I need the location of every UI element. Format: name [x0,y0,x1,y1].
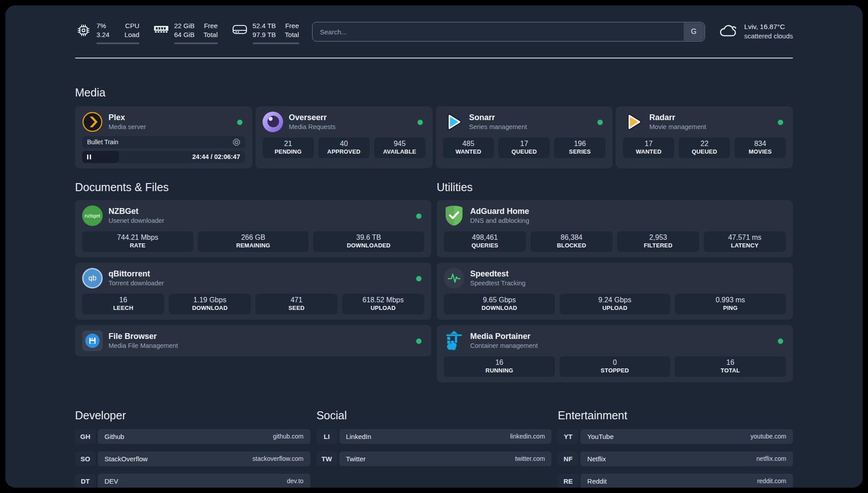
stat-tile: 618.52 MbpsUPLOAD [342,294,424,314]
link-name: DEV [104,477,118,485]
app-name: Speedtest [470,269,526,279]
stat-tile: 485WANTED [443,138,494,158]
status-dot [416,338,421,344]
app-card-qbittorrent[interactable]: qb qBittorrent Torrent downloader 16LEEC… [75,263,431,320]
stat-tile: 22QUEUED [679,138,730,158]
app-desc: Movie management [649,123,706,130]
stat-tile: 86,384BLOCKED [530,231,613,252]
link-github[interactable]: GH Githubgithub.com [75,429,310,444]
link-url: github.com [273,433,303,440]
stat-tile: 16LEECH [82,294,164,314]
stat-tile: 471SEED [255,294,338,314]
now-playing-title: Bullet Train [87,138,118,146]
cpu-label-1: CPU [125,21,139,30]
storage-icon [231,21,248,35]
sonarr-icon [443,112,463,132]
header-divider [75,58,793,58]
cpu-load-value: 3.24 [96,30,109,39]
link-youtube[interactable]: YT YouTubeyoutube.com [558,429,793,444]
system-metrics: 7%3.24 CPULoad 22 GiB64 GiB FreeTotal [75,21,299,44]
app-card-adguard[interactable]: AdGuard Home DNS and adblocking 498,461Q… [437,200,793,257]
stat-tile: 17QUEUED [498,138,550,158]
link-stackoverflow[interactable]: SO StackOverflowstackoverflow.com [75,451,310,466]
stat-tile: 834MOVIES [734,138,786,158]
playback-time: 24:44 / 02:06:47 [192,151,240,163]
app-desc: Media Requests [289,123,336,130]
stat-tile: 266 GBREMAINING [198,231,309,252]
media-grid: Plex Media server Bullet Train 24:44 / 0… [75,106,793,168]
link-netflix[interactable]: NF Netflixnetflix.com [558,451,793,466]
app-card-speedtest[interactable]: Speedtest Speedtest Tracking 9.65 GbpsDO… [437,263,793,320]
stat-tile: 40APPROVED [318,138,370,158]
app-card-portainer[interactable]: Media Portainer Container management 16R… [437,325,793,382]
memory-icon [153,21,170,34]
link-abbr: RE [558,474,578,488]
app-desc: Torrent downloader [108,280,164,287]
pause-icon [87,155,91,159]
section-title-documents: Documents & Files [75,181,431,194]
adguard-icon [444,205,464,226]
link-name: LinkedIn [346,433,371,440]
link-url: reddit.com [757,477,786,485]
link-reddit[interactable]: RE Redditreddit.com [558,474,793,488]
stat-tile: 17WANTED [623,138,674,158]
stat-tile: 744.21 MbpsRATE [82,231,193,252]
stat-tile: 498,461QUERIES [444,231,526,252]
search-engine-button[interactable]: G [684,23,704,41]
overseerr-icon [263,112,283,132]
portainer-icon [444,330,464,351]
app-desc: Media server [108,123,146,130]
app-desc: Media File Management [108,342,178,349]
app-card-overseerr[interactable]: Overseerr Media Requests 21PENDING 40APP… [255,106,433,168]
app-card-filebrowser[interactable]: File Browser Media File Management [75,325,431,356]
app-desc: Usenet downloader [108,217,164,224]
dashboard-window: 7%3.24 CPULoad 22 GiB64 GiB FreeTotal [5,5,863,488]
app-name: Radarr [649,113,706,122]
status-dot [778,338,783,344]
link-name: YouTube [587,433,613,440]
link-name: Reddit [587,477,606,485]
cpu-metric: 7%3.24 CPULoad [75,21,139,44]
status-dot [416,213,421,219]
app-card-nzbget[interactable]: nzbget NZBGet Usenet downloader 744.21 M… [75,200,431,257]
stat-tile: 2,953FILTERED [617,231,699,252]
gear-icon[interactable] [233,138,240,146]
weather-widget[interactable]: Lviv, 16.87°C scattered clouds [718,21,793,41]
link-url: twitter.com [515,455,545,462]
stat-tile: 0STOPPED [559,356,671,377]
app-name: AdGuard Home [470,207,529,216]
storage-metric: 52.4 TB97.9 TB FreeTotal [231,21,299,44]
weather-condition: scattered clouds [744,32,793,41]
social-section: Social LI LinkedInlinkedin.com TW Twitte… [317,409,552,488]
link-name: Github [104,433,124,440]
link-url: stackoverflow.com [252,455,303,462]
link-linkedin[interactable]: LI LinkedInlinkedin.com [317,429,552,444]
playback-progress-fill [82,151,119,163]
search-input[interactable] [313,23,684,41]
link-twitter[interactable]: TW Twittertwitter.com [317,451,552,466]
memory-metric: 22 GiB64 GiB FreeTotal [153,21,218,44]
app-card-plex[interactable]: Plex Media server Bullet Train 24:44 / 0… [75,106,252,168]
search-bar: G [313,22,705,41]
filebrowser-icon [82,330,103,351]
cpu-icon [75,21,92,37]
radarr-icon [623,112,643,132]
cloud-icon [718,23,739,41]
link-abbr: YT [558,429,578,444]
stat-tile: 9.24 GbpsUPLOAD [559,294,671,314]
status-dot [416,276,421,281]
app-card-sonarr[interactable]: Sonarr Series management 485WANTED 17QUE… [436,106,613,168]
memory-progress-bar [174,42,218,44]
app-card-radarr[interactable]: Radarr Movie management 17WANTED 22QUEUE… [616,106,793,168]
memory-label-2: Total [204,30,218,39]
storage-label-2: Total [285,30,299,39]
link-dev[interactable]: DT DEVdev.to [75,474,310,488]
speedtest-icon [444,268,464,288]
app-desc: Container management [470,342,538,349]
app-name: NZBGet [108,207,164,216]
stat-tile: 47.571 msLATENCY [704,231,786,252]
stat-tile: 0.993 msPING [675,294,786,314]
top-bar: 7%3.24 CPULoad 22 GiB64 GiB FreeTotal [75,5,793,44]
stat-tile: 945AVAILABLE [374,138,426,158]
storage-label-1: Free [285,21,299,30]
